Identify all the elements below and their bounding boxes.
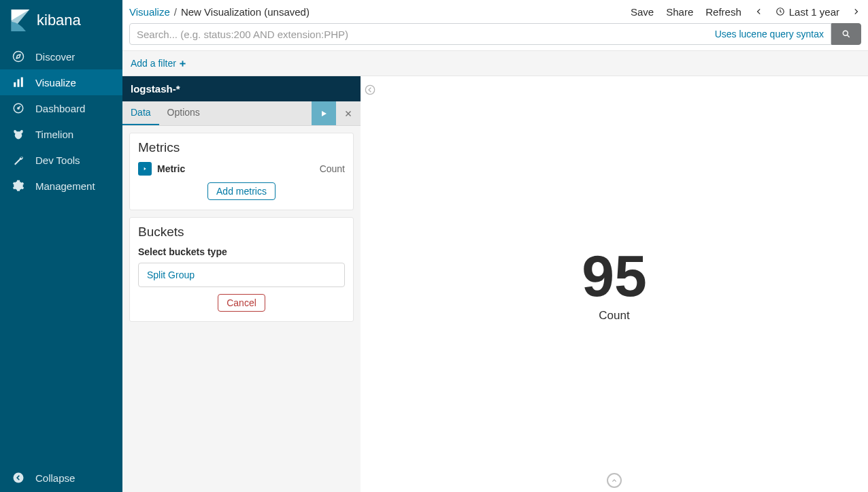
metric-value: 95 xyxy=(582,246,647,305)
main: Visualize / New Visualization (unsaved) … xyxy=(122,0,868,492)
buckets-subtitle: Select buckets type xyxy=(138,246,345,257)
search-input[interactable] xyxy=(137,29,708,40)
gauge-icon xyxy=(12,102,24,114)
wrench-icon xyxy=(12,154,24,166)
svg-point-11 xyxy=(843,31,848,35)
config-tabs: Data Options xyxy=(122,101,361,126)
buckets-title: Buckets xyxy=(138,225,345,240)
viz-canvas: 95 Count xyxy=(361,76,868,492)
cancel-button[interactable]: Cancel xyxy=(218,294,265,312)
metric-toggle[interactable] xyxy=(138,162,152,176)
svg-point-9 xyxy=(14,473,24,483)
play-icon xyxy=(320,110,328,118)
top-actions: Save Share Refresh Last 1 year xyxy=(631,6,861,18)
svg-rect-14 xyxy=(180,63,185,64)
apply-button[interactable] xyxy=(312,101,336,125)
sidebar: kibana Discover Visualize Dashboard Time… xyxy=(0,0,122,492)
sidebar-item-discover[interactable]: Discover xyxy=(0,44,122,69)
sidebar-item-label: Dev Tools xyxy=(35,154,80,166)
collapse-label: Collapse xyxy=(35,472,75,484)
discard-button[interactable] xyxy=(336,101,361,125)
search-icon xyxy=(841,29,851,39)
sidebar-item-label: Timelion xyxy=(35,129,73,140)
breadcrumb-current: New Visualization (unsaved) xyxy=(181,6,310,18)
metric-row: Metric Count xyxy=(138,162,345,176)
search-row: Uses lucene query syntax xyxy=(122,20,868,50)
compass-icon xyxy=(12,50,24,63)
buckets-card: Buckets Select buckets type Split Group … xyxy=(129,217,354,322)
tab-options[interactable]: Options xyxy=(159,101,208,125)
topbar: Visualize / New Visualization (unsaved) … xyxy=(122,0,868,20)
chevron-left-circle-icon xyxy=(365,84,375,95)
svg-marker-15 xyxy=(322,111,327,116)
chevron-up-icon xyxy=(611,477,618,484)
search-button[interactable] xyxy=(831,23,861,45)
index-pattern-bar[interactable]: logstash-* xyxy=(122,76,361,101)
metric-label: Metric xyxy=(157,163,185,174)
sidebar-collapse[interactable]: Collapse xyxy=(0,463,122,492)
config-cards: Metrics Metric Count Add metrics Buckets… xyxy=(122,126,361,329)
save-action[interactable]: Save xyxy=(631,6,654,18)
timelion-icon xyxy=(12,128,24,140)
metrics-title: Metrics xyxy=(138,140,345,155)
metric-type: Count xyxy=(320,163,345,174)
scroll-top-button[interactable] xyxy=(607,473,622,488)
panel-collapse-handle[interactable] xyxy=(363,83,377,97)
close-icon xyxy=(344,110,352,118)
filter-bar: Add a filter xyxy=(122,50,868,76)
svg-point-2 xyxy=(14,52,24,62)
body-row: logstash-* Data Options Metrics xyxy=(122,76,868,492)
sidebar-item-devtools[interactable]: Dev Tools xyxy=(0,147,122,173)
svg-rect-5 xyxy=(18,80,20,87)
refresh-action[interactable]: Refresh xyxy=(705,6,741,18)
time-picker[interactable]: Last 1 year xyxy=(775,6,839,18)
svg-marker-3 xyxy=(16,54,20,59)
svg-point-17 xyxy=(365,85,374,94)
caret-right-icon xyxy=(142,166,148,171)
add-metrics-button[interactable]: Add metrics xyxy=(207,182,276,200)
sidebar-item-label: Dashboard xyxy=(35,103,85,114)
sidebar-item-dashboard[interactable]: Dashboard xyxy=(0,95,122,121)
svg-point-8 xyxy=(18,108,19,109)
metric-caption: Count xyxy=(582,309,647,323)
config-panel: logstash-* Data Options Metrics xyxy=(122,76,361,492)
tab-data[interactable]: Data xyxy=(122,101,159,125)
sidebar-item-label: Management xyxy=(35,180,95,192)
metric-display: 95 Count xyxy=(582,246,647,323)
breadcrumb-sep: / xyxy=(174,6,177,18)
sidebar-item-label: Discover xyxy=(35,51,75,63)
add-filter-link[interactable]: Add a filter xyxy=(131,58,186,69)
search-box: Uses lucene query syntax xyxy=(129,23,831,45)
gear-icon xyxy=(12,180,24,192)
bar-chart-icon xyxy=(12,76,24,88)
sidebar-item-visualize[interactable]: Visualize xyxy=(0,69,122,95)
breadcrumb: Visualize / New Visualization (unsaved) xyxy=(129,6,310,18)
sidebar-brand[interactable]: kibana xyxy=(0,0,122,44)
plus-icon xyxy=(179,60,186,67)
time-next-icon[interactable] xyxy=(852,7,861,16)
search-hint[interactable]: Uses lucene query syntax xyxy=(715,29,824,39)
brand-title: kibana xyxy=(37,12,81,29)
breadcrumb-root[interactable]: Visualize xyxy=(129,6,170,18)
sidebar-item-label: Visualize xyxy=(35,77,76,88)
svg-rect-6 xyxy=(21,78,23,87)
nav-list: Discover Visualize Dashboard Timelion De… xyxy=(0,44,122,199)
sidebar-item-management[interactable]: Management xyxy=(0,173,122,199)
bucket-type-option[interactable]: Split Group xyxy=(138,263,345,287)
svg-rect-4 xyxy=(14,82,16,87)
add-filter-label: Add a filter xyxy=(131,58,176,69)
time-prev-icon[interactable] xyxy=(754,7,763,16)
svg-marker-16 xyxy=(144,167,146,171)
sidebar-item-timelion[interactable]: Timelion xyxy=(0,121,122,147)
arrow-left-circle-icon xyxy=(12,472,24,484)
clock-icon xyxy=(775,7,785,16)
time-range-label: Last 1 year xyxy=(789,6,839,18)
share-action[interactable]: Share xyxy=(666,6,693,18)
svg-line-12 xyxy=(847,35,849,37)
metrics-card: Metrics Metric Count Add metrics xyxy=(129,133,354,210)
kibana-logo-icon xyxy=(11,10,30,31)
